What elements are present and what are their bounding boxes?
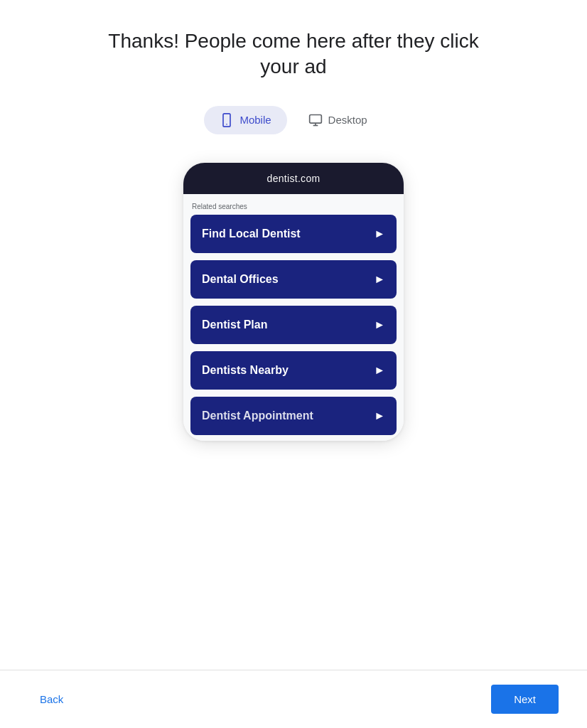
search-item-5-arrow: ► bbox=[374, 410, 385, 422]
footer: Back Next bbox=[0, 670, 587, 728]
back-button[interactable]: Back bbox=[28, 686, 75, 712]
mobile-icon bbox=[220, 113, 234, 127]
page-title: Thanks! People come here after they clic… bbox=[95, 28, 492, 80]
main-content: Thanks! People come here after they clic… bbox=[0, 0, 587, 670]
next-button[interactable]: Next bbox=[491, 685, 559, 714]
tab-desktop-label: Desktop bbox=[328, 114, 367, 126]
svg-point-1 bbox=[227, 124, 228, 125]
tab-mobile[interactable]: Mobile bbox=[204, 106, 286, 134]
search-item-2-text: Dental Offices bbox=[202, 273, 279, 286]
tab-desktop[interactable]: Desktop bbox=[293, 106, 383, 134]
search-item-4-text: Dentists Nearby bbox=[202, 364, 289, 377]
tabs-container: Mobile Desktop bbox=[204, 106, 382, 134]
page-container: Thanks! People come here after they clic… bbox=[0, 0, 587, 728]
desktop-icon bbox=[308, 113, 323, 127]
search-item-1[interactable]: Find Local Dentist ► bbox=[190, 215, 397, 253]
search-item-2[interactable]: Dental Offices ► bbox=[190, 260, 397, 299]
phone-mockup: dentist.com Related searches Find Local … bbox=[183, 163, 404, 441]
search-item-3-text: Dentist Plan bbox=[202, 318, 267, 331]
search-item-5[interactable]: Dentist Appointment ► bbox=[190, 397, 397, 435]
search-item-3-arrow: ► bbox=[374, 318, 385, 331]
phone-content: Related searches Find Local Dentist ► De… bbox=[183, 194, 404, 441]
related-searches-label: Related searches bbox=[190, 200, 397, 215]
search-item-3[interactable]: Dentist Plan ► bbox=[190, 306, 397, 344]
search-item-4[interactable]: Dentists Nearby ► bbox=[190, 351, 397, 390]
search-item-2-arrow: ► bbox=[374, 273, 385, 286]
search-item-5-text: Dentist Appointment bbox=[202, 410, 313, 422]
search-item-1-text: Find Local Dentist bbox=[202, 228, 301, 240]
phone-url: dentist.com bbox=[267, 173, 321, 184]
tab-mobile-label: Mobile bbox=[239, 114, 271, 126]
svg-rect-2 bbox=[309, 114, 321, 123]
search-item-4-arrow: ► bbox=[374, 364, 385, 377]
phone-url-bar: dentist.com bbox=[183, 163, 404, 194]
search-item-1-arrow: ► bbox=[374, 228, 385, 240]
